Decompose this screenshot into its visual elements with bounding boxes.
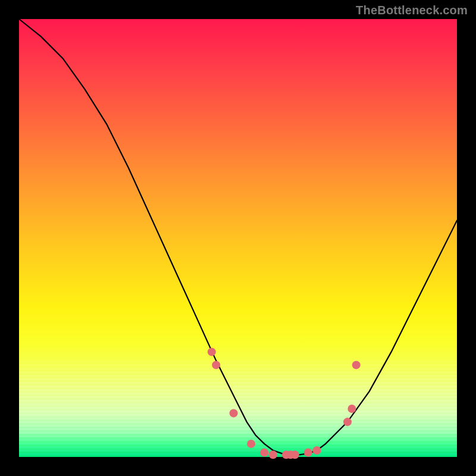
data-marker [260,449,268,457]
data-marker [230,409,238,417]
data-marker [313,446,321,455]
chart-frame: TheBottleneck.com [0,0,476,476]
data-marker [304,449,312,457]
data-marker [208,347,216,356]
bottleneck-curve [19,19,457,455]
chart-plot-area [19,19,457,457]
data-marker [269,450,277,459]
marker-group [208,347,361,459]
chart-svg [19,19,457,457]
data-marker [352,361,361,369]
data-marker [212,361,220,369]
data-marker [343,418,352,426]
data-marker [291,450,299,459]
data-marker [347,405,356,413]
data-marker [247,440,255,448]
watermark-text: TheBottleneck.com [356,4,468,17]
